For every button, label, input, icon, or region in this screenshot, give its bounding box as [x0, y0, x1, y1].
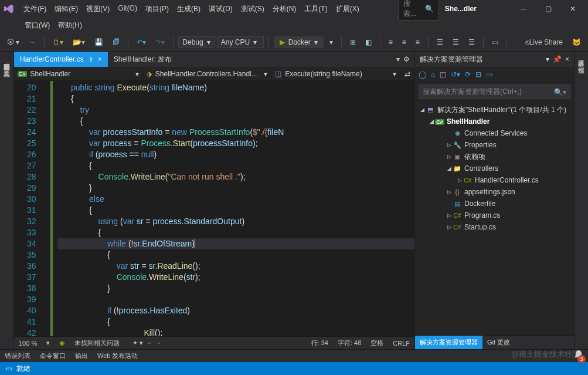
panel-close-icon[interactable]: ×	[565, 55, 569, 63]
split-icon[interactable]: ⇄	[400, 67, 414, 80]
scope-icon[interactable]: ◫	[440, 70, 446, 79]
minimize-button[interactable]: ─	[512, 1, 535, 17]
tree-item[interactable]: ▷C#HandlerController.cs	[415, 174, 574, 186]
tool-btn-5[interactable]: ≡	[412, 36, 423, 49]
run-more-button[interactable]: ▾	[326, 36, 337, 49]
menu-item[interactable]: 编辑(E)	[51, 2, 81, 16]
tab-dropdown-icon[interactable]: ▾	[396, 55, 400, 63]
tool-btn-4[interactable]: ≡	[399, 36, 410, 49]
issues-text[interactable]: 未找到相关问题	[74, 339, 120, 347]
status-text: 就绪	[16, 364, 30, 374]
panel-menu-icon[interactable]: ▾	[546, 55, 549, 63]
nav-class-dropdown[interactable]: ⬗ShellHandler.Controllers.Handl…▾	[143, 67, 272, 80]
tree-item[interactable]: ▷C#Program.cs	[415, 210, 574, 221]
menu-item[interactable]: 测试(S)	[237, 2, 268, 16]
menu-item[interactable]: 工具(T)	[301, 2, 331, 16]
home-icon[interactable]: ⌂	[431, 70, 435, 79]
open-button[interactable]: 📂▾	[69, 36, 89, 49]
new-project-button[interactable]: 🗋▾	[49, 36, 67, 49]
close-button[interactable]: ✕	[561, 1, 584, 17]
menu-item[interactable]: 扩展(X)	[332, 2, 363, 16]
tab-git-changes[interactable]: Git 更改	[482, 336, 515, 349]
tool-btn-1[interactable]: ⊞	[346, 36, 359, 49]
undo-button[interactable]: ↶▾	[133, 36, 149, 49]
cursor-line: 行: 34	[311, 339, 328, 347]
solution-tree[interactable]: ◢⬒解决方案"ShellHandler"(1 个项目/共 1 个)◢C#Shel…	[415, 102, 574, 335]
nav-back-button[interactable]: ⦿ ▾	[4, 36, 23, 49]
tree-item[interactable]: ◢C#ShellHandler	[415, 116, 574, 127]
menu-item[interactable]: 生成(B)	[174, 2, 204, 16]
notification-badge[interactable]: 3	[573, 349, 584, 361]
menu-item[interactable]: 项目(P)	[142, 2, 172, 16]
maximize-button[interactable]: ▢	[536, 1, 560, 17]
run-button[interactable]: ▶Docker▾	[274, 36, 324, 48]
tool-btn-6[interactable]: ☰	[433, 36, 447, 49]
feedback-button[interactable]: 🐱	[569, 36, 584, 49]
line-number-gutter: 2021222324252627282930313233343536373839…	[22, 81, 42, 336]
tree-item[interactable]: ▤Dockerfile	[415, 198, 574, 210]
tab-shellhandler-publish[interactable]: ShellHandler: 发布	[108, 52, 178, 67]
save-all-button[interactable]: 🗐	[109, 36, 123, 49]
eol-mode[interactable]: CRLF	[393, 340, 410, 347]
zoom-chevron[interactable]: ▾	[46, 339, 50, 347]
menu-item[interactable]: 视图(V)	[83, 2, 113, 16]
diagnostics-tool[interactable]: 诊断工具	[575, 52, 588, 59]
menu-item[interactable]: 窗口(W)	[21, 18, 53, 33]
live-share-button[interactable]: ⎋ Live Share	[522, 36, 566, 49]
platform-dropdown[interactable]: Any CPU▾	[217, 36, 264, 48]
panel-pin-icon[interactable]: 📌	[553, 55, 562, 63]
save-button[interactable]: 💾	[91, 36, 107, 49]
config-dropdown[interactable]: Debug▾	[178, 36, 214, 48]
issues-tools[interactable]: ✦ ▾ ← →	[129, 339, 161, 347]
nav-fwd-button[interactable]: →	[25, 36, 39, 49]
tool-btn-9[interactable]: ▭	[488, 36, 502, 49]
tree-item[interactable]: ▷▣依赖项	[415, 151, 574, 163]
tool-btn-8[interactable]: ☰	[465, 36, 478, 49]
sync-icon[interactable]: ↺▾	[451, 70, 460, 79]
fold-gutter[interactable]	[42, 81, 50, 336]
code-content[interactable]: public string Execute(string fileName) {…	[53, 81, 414, 336]
search-icon: 🔍▾	[554, 88, 566, 96]
code-editor[interactable]: 2021222324252627282930313233343536373839…	[14, 81, 414, 336]
zoom-level[interactable]: 100 %	[19, 340, 37, 347]
menu-item[interactable]: 帮助(H)	[55, 18, 86, 33]
refresh-icon[interactable]: ⟳	[465, 70, 471, 79]
back-icon[interactable]: ◯	[419, 70, 426, 79]
bottom-tab[interactable]: 输出	[75, 352, 88, 360]
server-explorer-tool[interactable]: 服务器资源管理器	[0, 55, 13, 62]
bottom-tab[interactable]: Web 发布活动	[97, 352, 138, 360]
showall-icon[interactable]: ▭	[486, 70, 492, 79]
tree-item[interactable]: ▷{}appsettings.json	[415, 186, 574, 198]
tree-item[interactable]: ▷🔧Properties	[415, 139, 574, 151]
redo-button[interactable]: ↷▾	[152, 36, 168, 49]
bottom-tab[interactable]: 错误列表	[5, 352, 30, 360]
tree-item[interactable]: ◢📁Controllers	[415, 163, 574, 174]
toolbox-tool[interactable]: 工具箱	[0, 62, 13, 69]
menu-item[interactable]: 文件(F)	[20, 2, 50, 16]
properties-tool[interactable]: 属性	[575, 59, 588, 66]
tab-solution-explorer[interactable]: 解决方案资源管理器	[415, 336, 482, 349]
solution-search-input[interactable]: 搜索解决方案资源管理器(Ctrl+;) 🔍▾	[419, 85, 570, 99]
tree-item[interactable]: ▷C#Startup.cs	[415, 221, 574, 233]
tree-item[interactable]: ⊕Connected Services	[415, 127, 574, 139]
tool-btn-7[interactable]: ☰	[449, 36, 463, 49]
close-tab-icon[interactable]: ×	[98, 55, 102, 63]
tool-btn-3[interactable]: ≡	[385, 36, 396, 49]
bottom-tab[interactable]: 命令窗口	[40, 352, 66, 360]
tree-item[interactable]: ◢⬒解决方案"ShellHandler"(1 个项目/共 1 个)	[415, 104, 574, 116]
menu-item[interactable]: Git(G)	[114, 2, 141, 16]
tab-settings-icon[interactable]: ⚙	[403, 55, 410, 63]
toolbar: ⦿ ▾ → 🗋▾ 📂▾ 💾 🗐 ↶▾ ↷▾ Debug▾ Any CPU▾ ▶D…	[0, 33, 588, 52]
pin-icon[interactable]: ⇪	[89, 56, 93, 63]
tool-btn-2[interactable]: ◧	[362, 36, 375, 49]
nav-method-dropdown[interactable]: ◫Execute(string fileName)▾	[271, 67, 400, 80]
indent-mode[interactable]: 空格	[371, 339, 383, 347]
nav-project-dropdown[interactable]: C#ShellHandler▾	[14, 67, 143, 80]
titlebar: 文件(F)编辑(E)视图(V)Git(G)项目(P)生成(B)调试(D)测试(S…	[0, 0, 588, 18]
status-icon: ▭	[6, 364, 12, 373]
tab-handler-controller[interactable]: HandlerController.cs ⇪ ×	[14, 52, 108, 67]
search-input[interactable]: 搜索... 🔍	[398, 0, 439, 21]
menu-item[interactable]: 调试(D)	[205, 2, 236, 16]
collapse-icon[interactable]: ⊟	[475, 70, 481, 79]
menu-item[interactable]: 分析(N)	[269, 2, 300, 16]
